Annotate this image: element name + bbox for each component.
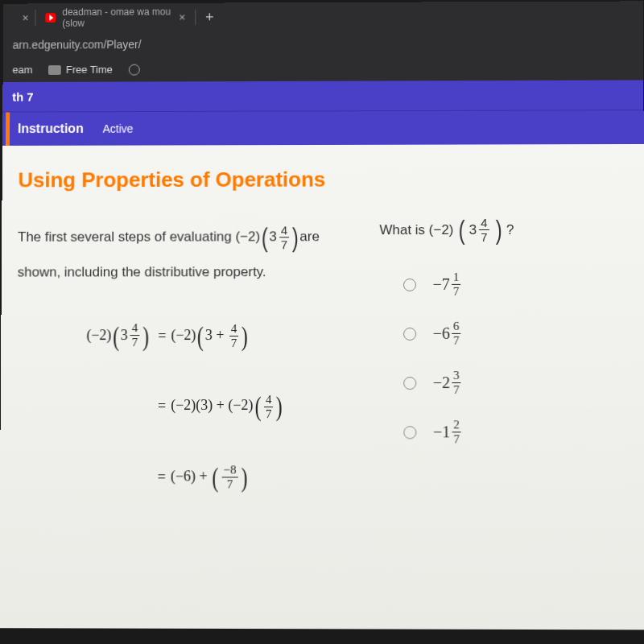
- new-tab-button[interactable]: +: [196, 9, 223, 26]
- opt-int: −2: [433, 374, 450, 392]
- radio-icon[interactable]: [404, 426, 417, 439]
- folder-icon: [48, 65, 61, 75]
- equals: =: [153, 460, 171, 494]
- frac-den: 7: [132, 336, 138, 349]
- frac-den: 7: [453, 432, 460, 445]
- bookmark-label: Free Time: [66, 64, 113, 76]
- bookmark-item[interactable]: [129, 64, 140, 75]
- url-bar[interactable]: arn.edgenuity.com/Player/: [3, 30, 643, 57]
- bookmarks-bar: eam Free Time: [3, 56, 644, 82]
- left-column: The first several steps of evaluating (−…: [16, 214, 348, 515]
- math-row-1: (−2)(347) = (−2)(3 + 47): [49, 303, 348, 369]
- math-row-2: = (−2)(3) + (−2)(47): [48, 374, 347, 440]
- term: (−6) +: [171, 468, 211, 484]
- frac-den: 7: [227, 478, 233, 491]
- frac-num: 3: [452, 369, 461, 383]
- frac-den: 7: [266, 407, 272, 420]
- question-prefix: What is (−2): [379, 222, 453, 238]
- term: 3 +: [205, 327, 228, 343]
- math-row-3: = (−6) + (−87): [48, 444, 348, 510]
- prompt-text: The first several steps of evaluating (−…: [18, 229, 260, 245]
- right-column: What is (−2)(347)? −717 −667 −237: [379, 214, 630, 516]
- course-title: th 7: [12, 90, 33, 104]
- frac-num: 4: [479, 217, 489, 230]
- active-label: Active: [102, 122, 133, 135]
- frac-den: 7: [231, 336, 237, 349]
- course-title-bar: th 7: [2, 80, 643, 111]
- mixed-whole: 3: [269, 226, 276, 250]
- close-icon[interactable]: ×: [179, 11, 185, 24]
- mixed-whole: 3: [469, 222, 477, 238]
- browser-chrome: × deadman - omae wa mou (slow × + arn.ed…: [3, 1, 644, 82]
- frac-den: 7: [453, 334, 460, 347]
- frac-den: 7: [281, 238, 287, 251]
- globe-icon: [129, 64, 140, 75]
- browser-tab-youtube[interactable]: deadman - omae wa mou (slow ×: [35, 3, 195, 32]
- mixed-whole: 3: [121, 318, 128, 353]
- tabs-bar: × deadman - omae wa mou (slow × +: [3, 1, 643, 32]
- frac-den: 7: [481, 230, 487, 243]
- term: (−2)(3) + (−2): [171, 397, 253, 413]
- prompt-tail: are: [299, 229, 320, 245]
- opt-int: −7: [432, 275, 449, 294]
- bookmark-label: eam: [12, 64, 32, 76]
- bookmark-folder[interactable]: Free Time: [48, 64, 113, 76]
- frac-num: −8: [222, 464, 238, 477]
- bookmark-item[interactable]: eam: [12, 64, 32, 76]
- term: (−2): [171, 327, 196, 343]
- option-d[interactable]: −127: [380, 419, 630, 445]
- browser-tab-prev[interactable]: ×: [3, 3, 35, 32]
- radio-icon[interactable]: [404, 377, 417, 390]
- frac-num: 1: [452, 271, 461, 285]
- question-suffix: ?: [506, 221, 514, 237]
- math-derivation: (−2)(347) = (−2)(3 + 47) = (−2)(3) + (−2…: [48, 303, 348, 511]
- frac-num: 6: [452, 320, 461, 334]
- opt-int: −6: [433, 324, 450, 343]
- main-content: Using Properties of Operations The first…: [0, 144, 644, 630]
- term: (−2): [86, 327, 111, 343]
- frac-den: 7: [453, 383, 460, 396]
- instruction-tab[interactable]: Instruction: [6, 112, 84, 146]
- instruction-bar: Instruction Active: [2, 109, 644, 146]
- youtube-icon: [45, 13, 56, 23]
- opt-int: −1: [433, 423, 450, 441]
- option-c[interactable]: −237: [380, 369, 630, 396]
- tab-title: deadman - omae wa mou (slow: [62, 6, 172, 29]
- section-title: Using Properties of Operations: [18, 167, 628, 192]
- answer-options: −717 −667 −237 −127: [379, 271, 630, 446]
- frac-den: 7: [453, 285, 460, 298]
- radio-icon[interactable]: [403, 278, 416, 291]
- frac-num: 4: [264, 394, 274, 407]
- close-icon[interactable]: ×: [23, 11, 29, 24]
- prompt-line2: shown, including the distributive proper…: [18, 264, 266, 279]
- frac-num: 4: [130, 322, 140, 336]
- frac-num: 4: [279, 225, 289, 238]
- frac-num: 2: [452, 419, 461, 432]
- frac-num: 4: [229, 323, 239, 336]
- option-b[interactable]: −667: [379, 320, 629, 347]
- equals: =: [153, 319, 171, 353]
- intro-text: The first several steps of evaluating (−…: [18, 214, 348, 284]
- question-text: What is (−2)(347)?: [379, 214, 628, 246]
- body-row: The first several steps of evaluating (−…: [16, 214, 630, 516]
- radio-icon[interactable]: [404, 327, 417, 340]
- equals: =: [153, 390, 171, 424]
- option-a[interactable]: −717: [379, 271, 629, 298]
